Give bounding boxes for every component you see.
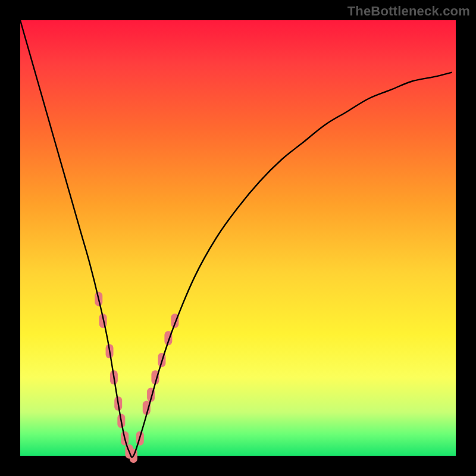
chart-frame: TheBottleneck.com (0, 0, 476, 476)
marker-group (95, 292, 178, 463)
plot-area (20, 20, 456, 456)
bottleneck-curve (20, 20, 452, 457)
chart-svg (20, 20, 456, 456)
watermark-text: TheBottleneck.com (347, 4, 470, 19)
